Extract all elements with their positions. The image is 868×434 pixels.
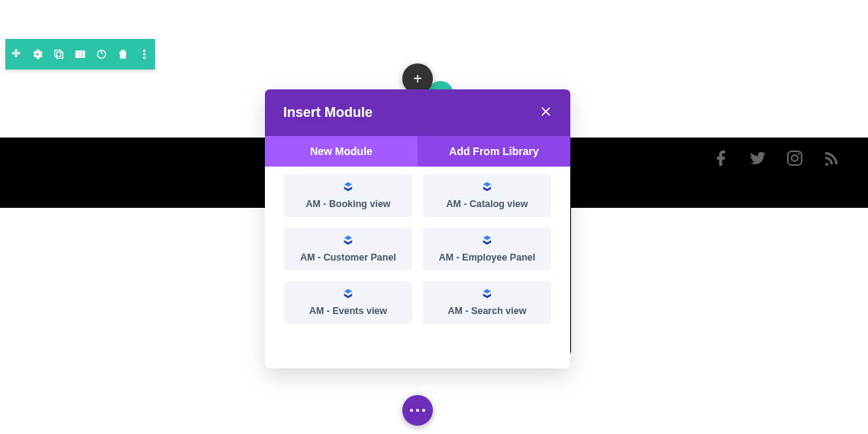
tab-new-module-label: New Module	[310, 145, 373, 157]
module-label: AM - Events view	[309, 306, 387, 316]
module-customer-panel[interactable]: AM - Customer Panel	[284, 228, 412, 270]
modal-tabs: New Module Add From Library	[265, 136, 570, 167]
modal-title: Insert Module	[283, 105, 373, 121]
module-employee-panel[interactable]: AM - Employee Panel	[423, 228, 551, 270]
add-section-label: +	[413, 70, 422, 88]
rss-icon[interactable]	[822, 149, 841, 167]
tab-add-from-library-label: Add From Library	[449, 145, 538, 157]
svg-rect-0	[55, 50, 61, 57]
twitter-icon[interactable]	[749, 149, 767, 167]
svg-rect-2	[76, 50, 78, 57]
svg-rect-3	[79, 50, 82, 57]
svg-rect-4	[82, 50, 85, 57]
more-button[interactable]	[134, 39, 155, 70]
settings-button[interactable]	[27, 39, 48, 70]
module-icon	[480, 234, 494, 248]
module-grid: AM - Booking view AM - Catalog view AM -…	[284, 174, 551, 324]
svg-point-9	[144, 57, 146, 59]
module-search-view[interactable]: AM - Search view	[423, 281, 551, 324]
insert-module-modal: Insert Module New Module Add From Librar…	[265, 89, 570, 368]
module-catalog-view[interactable]: AM - Catalog view	[423, 174, 551, 217]
section-toolbar	[5, 39, 155, 70]
svg-rect-1	[56, 52, 63, 58]
columns-button[interactable]	[69, 39, 91, 70]
svg-point-8	[144, 53, 146, 56]
close-icon[interactable]	[540, 105, 552, 120]
svg-point-11	[792, 155, 798, 161]
module-label: AM - Booking view	[305, 199, 390, 209]
module-icon	[341, 234, 355, 248]
instagram-icon[interactable]	[786, 149, 804, 167]
page-more-button[interactable]	[402, 395, 433, 426]
svg-point-7	[144, 50, 146, 52]
module-label: AM - Search view	[448, 306, 527, 316]
module-icon	[480, 180, 494, 194]
module-icon	[480, 287, 494, 301]
move-handle[interactable]	[5, 39, 27, 70]
modal-header: Insert Module	[265, 89, 570, 136]
module-label: AM - Employee Panel	[439, 252, 535, 263]
module-icon	[341, 287, 355, 301]
module-icon	[341, 180, 355, 194]
tab-new-module[interactable]: New Module	[265, 136, 418, 167]
delete-button[interactable]	[112, 39, 134, 70]
facebook-icon[interactable]	[712, 149, 731, 167]
module-label: AM - Catalog view	[447, 199, 528, 209]
modal-body: AM - Booking view AM - Catalog view AM -…	[265, 167, 570, 339]
module-booking-view[interactable]: AM - Booking view	[284, 174, 412, 217]
tab-add-from-library[interactable]: Add From Library	[418, 136, 570, 167]
power-button[interactable]	[91, 39, 112, 70]
duplicate-button[interactable]	[48, 39, 69, 70]
svg-point-12	[798, 153, 799, 154]
module-events-view[interactable]: AM - Events view	[284, 281, 412, 324]
module-label: AM - Customer Panel	[300, 252, 396, 263]
